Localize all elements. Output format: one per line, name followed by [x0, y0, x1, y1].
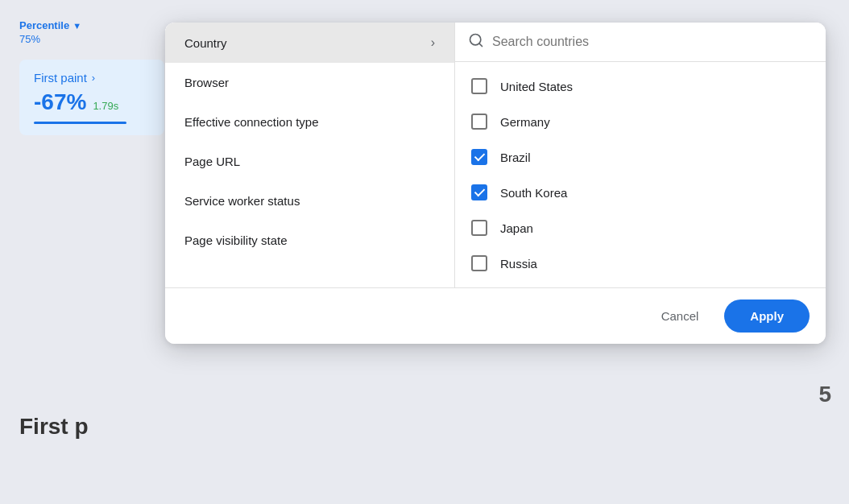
country-item-russia[interactable]: Russia: [455, 246, 826, 281]
menu-item-page-url[interactable]: Page URL: [165, 142, 454, 181]
metric-value: -67%: [34, 89, 86, 115]
checkbox-germany[interactable]: [471, 114, 487, 130]
menu-item-label: Country: [184, 36, 227, 50]
country-item-united-states[interactable]: United States: [455, 68, 826, 104]
chevron-down-icon: ▼: [72, 21, 81, 31]
metric-card: First paint › -67% 1.79s: [19, 60, 164, 135]
country-label: United States: [500, 80, 573, 93]
country-item-brazil[interactable]: Brazil: [455, 139, 826, 175]
country-label: South Korea: [500, 186, 567, 200]
menu-item-label: Browser: [184, 76, 229, 89]
cancel-button[interactable]: Cancel: [645, 301, 715, 331]
filter-dialog: Country›BrowserEffective connection type…: [165, 23, 826, 344]
menu-item-label: Effective connection type: [184, 115, 319, 129]
country-item-south-korea[interactable]: South Korea: [455, 175, 826, 210]
checkbox-south-korea[interactable]: [471, 184, 487, 200]
first-p-label: First p: [19, 414, 89, 440]
filter-left-panel: Country›BrowserEffective connection type…: [165, 23, 455, 287]
menu-item-label: Service worker status: [184, 194, 300, 208]
search-input[interactable]: [492, 35, 813, 49]
country-list: United States Germany Brazil South Korea…: [455, 62, 826, 287]
metric-bar: [34, 122, 126, 124]
country-label: Russia: [500, 257, 537, 271]
checkbox-brazil[interactable]: [471, 149, 487, 165]
checkbox-russia[interactable]: [471, 255, 487, 271]
trend-arrow-icon: ›: [92, 72, 95, 84]
menu-item-page-visibility[interactable]: Page visibility state: [165, 221, 454, 260]
dialog-footer: Cancel Apply: [165, 287, 826, 344]
filter-right-panel: United States Germany Brazil South Korea…: [455, 23, 826, 287]
checkbox-united-states[interactable]: [471, 78, 487, 94]
metric-sub: 1.79s: [93, 100, 118, 112]
menu-item-country[interactable]: Country›: [165, 23, 454, 63]
country-label: Brazil: [500, 151, 531, 164]
menu-item-service-worker[interactable]: Service worker status: [165, 181, 454, 221]
checkbox-japan[interactable]: [471, 220, 487, 236]
country-item-japan[interactable]: Japan: [455, 210, 826, 246]
menu-item-browser[interactable]: Browser: [165, 63, 454, 102]
five-label: 5: [818, 382, 831, 407]
dialog-body: Country›BrowserEffective connection type…: [165, 23, 826, 287]
country-item-germany[interactable]: Germany: [455, 104, 826, 139]
svg-line-1: [479, 43, 482, 47]
country-label: Germany: [500, 115, 550, 129]
search-bar: [455, 23, 826, 62]
search-icon: [468, 32, 484, 52]
menu-item-label: Page visibility state: [184, 233, 288, 247]
country-label: Japan: [500, 221, 533, 235]
menu-item-label: Page URL: [184, 155, 240, 168]
chevron-right-icon: ›: [431, 35, 435, 50]
metric-label: First paint ›: [34, 71, 150, 85]
apply-button[interactable]: Apply: [724, 300, 810, 333]
menu-item-effective-connection[interactable]: Effective connection type: [165, 102, 454, 142]
